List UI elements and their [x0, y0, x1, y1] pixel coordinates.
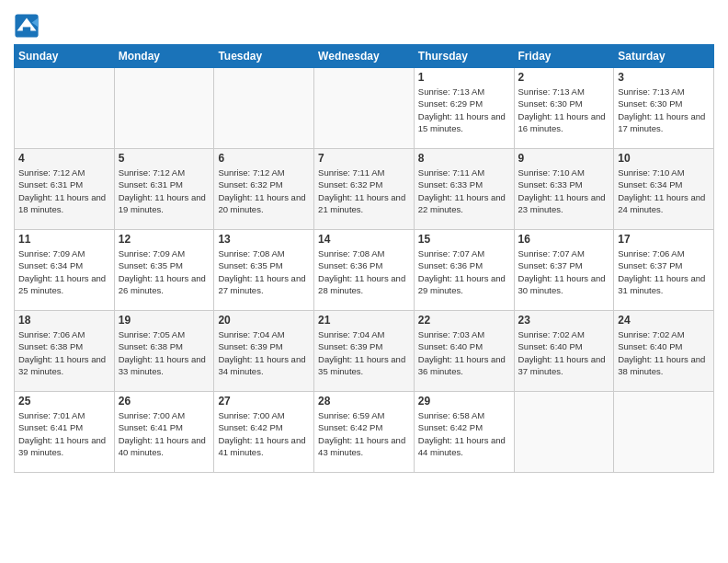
- day-number: 3: [618, 71, 710, 84]
- day-number: 19: [119, 314, 210, 327]
- calendar-cell: 20Sunrise: 7:04 AM Sunset: 6:39 PM Dayli…: [214, 311, 314, 392]
- day-info: Sunrise: 7:07 AM Sunset: 6:36 PM Dayligh…: [418, 247, 510, 296]
- col-header-saturday: Saturday: [614, 45, 714, 68]
- day-info: Sunrise: 7:11 AM Sunset: 6:32 PM Dayligh…: [318, 167, 410, 215]
- day-number: 1: [418, 71, 510, 84]
- day-info: Sunrise: 7:08 AM Sunset: 6:35 PM Dayligh…: [218, 247, 310, 296]
- day-info: Sunrise: 7:10 AM Sunset: 6:33 PM Dayligh…: [518, 167, 610, 215]
- svg-rect-2: [23, 27, 30, 33]
- col-header-friday: Friday: [514, 45, 614, 68]
- calendar-week-3: 18Sunrise: 7:06 AM Sunset: 6:38 PM Dayli…: [15, 311, 714, 392]
- day-info: Sunrise: 6:59 AM Sunset: 6:42 PM Dayligh…: [318, 409, 410, 458]
- day-info: Sunrise: 7:02 AM Sunset: 6:40 PM Dayligh…: [518, 328, 610, 377]
- day-info: Sunrise: 7:13 AM Sunset: 6:30 PM Dayligh…: [518, 86, 610, 134]
- calendar-table: SundayMondayTuesdayWednesdayThursdayFrid…: [14, 44, 714, 473]
- col-header-wednesday: Wednesday: [314, 45, 415, 68]
- calendar-cell: 28Sunrise: 6:59 AM Sunset: 6:42 PM Dayli…: [314, 392, 415, 473]
- day-info: Sunrise: 7:02 AM Sunset: 6:40 PM Dayligh…: [618, 328, 710, 377]
- calendar-cell: 5Sunrise: 7:12 AM Sunset: 6:31 PM Daylig…: [114, 149, 214, 230]
- calendar-cell: 21Sunrise: 7:04 AM Sunset: 6:39 PM Dayli…: [314, 311, 415, 392]
- day-info: Sunrise: 7:12 AM Sunset: 6:31 PM Dayligh…: [18, 167, 110, 215]
- calendar-page: SundayMondayTuesdayWednesdayThursdayFrid…: [0, 0, 728, 563]
- calendar-cell: 14Sunrise: 7:08 AM Sunset: 6:36 PM Dayli…: [314, 230, 415, 311]
- day-info: Sunrise: 7:13 AM Sunset: 6:29 PM Dayligh…: [418, 86, 510, 134]
- calendar-cell: 15Sunrise: 7:07 AM Sunset: 6:36 PM Dayli…: [414, 230, 514, 311]
- calendar-cell: 27Sunrise: 7:00 AM Sunset: 6:42 PM Dayli…: [214, 392, 314, 473]
- calendar-week-0: 1Sunrise: 7:13 AM Sunset: 6:29 PM Daylig…: [15, 68, 714, 149]
- day-info: Sunrise: 7:11 AM Sunset: 6:33 PM Dayligh…: [418, 167, 510, 215]
- day-info: Sunrise: 7:09 AM Sunset: 6:35 PM Dayligh…: [119, 247, 210, 296]
- day-number: 28: [318, 395, 410, 408]
- col-header-monday: Monday: [114, 45, 214, 68]
- header: [14, 9, 714, 39]
- day-number: 27: [218, 395, 310, 408]
- calendar-cell: 16Sunrise: 7:07 AM Sunset: 6:37 PM Dayli…: [514, 230, 614, 311]
- calendar-cell: [514, 392, 614, 473]
- calendar-cell: 9Sunrise: 7:10 AM Sunset: 6:33 PM Daylig…: [514, 149, 614, 230]
- calendar-cell: 2Sunrise: 7:13 AM Sunset: 6:30 PM Daylig…: [514, 68, 614, 149]
- day-info: Sunrise: 7:13 AM Sunset: 6:30 PM Dayligh…: [618, 86, 710, 134]
- calendar-cell: 10Sunrise: 7:10 AM Sunset: 6:34 PM Dayli…: [614, 149, 714, 230]
- calendar-cell: 29Sunrise: 6:58 AM Sunset: 6:42 PM Dayli…: [414, 392, 514, 473]
- calendar-cell: 1Sunrise: 7:13 AM Sunset: 6:29 PM Daylig…: [414, 68, 514, 149]
- logo-icon: [14, 13, 40, 39]
- day-number: 15: [418, 233, 510, 246]
- day-number: 20: [218, 314, 310, 327]
- day-info: Sunrise: 7:04 AM Sunset: 6:39 PM Dayligh…: [218, 328, 310, 377]
- day-number: 16: [518, 233, 610, 246]
- calendar-cell: 12Sunrise: 7:09 AM Sunset: 6:35 PM Dayli…: [114, 230, 214, 311]
- calendar-cell: 11Sunrise: 7:09 AM Sunset: 6:34 PM Dayli…: [15, 230, 115, 311]
- day-info: Sunrise: 7:00 AM Sunset: 6:41 PM Dayligh…: [119, 409, 210, 458]
- calendar-cell: 3Sunrise: 7:13 AM Sunset: 6:30 PM Daylig…: [614, 68, 714, 149]
- day-number: 25: [18, 395, 110, 408]
- day-number: 12: [119, 233, 210, 246]
- day-number: 9: [518, 152, 610, 165]
- day-number: 29: [418, 395, 510, 408]
- day-number: 8: [418, 152, 510, 165]
- calendar-week-2: 11Sunrise: 7:09 AM Sunset: 6:34 PM Dayli…: [15, 230, 714, 311]
- day-number: 11: [18, 233, 110, 246]
- day-info: Sunrise: 7:06 AM Sunset: 6:38 PM Dayligh…: [18, 328, 110, 377]
- day-number: 17: [618, 233, 710, 246]
- calendar-cell: 26Sunrise: 7:00 AM Sunset: 6:41 PM Dayli…: [114, 392, 214, 473]
- day-number: 24: [618, 314, 710, 327]
- day-info: Sunrise: 7:10 AM Sunset: 6:34 PM Dayligh…: [618, 167, 710, 215]
- calendar-cell: 24Sunrise: 7:02 AM Sunset: 6:40 PM Dayli…: [614, 311, 714, 392]
- calendar-cell: [314, 68, 415, 149]
- day-info: Sunrise: 7:01 AM Sunset: 6:41 PM Dayligh…: [18, 409, 110, 458]
- day-number: 14: [318, 233, 410, 246]
- day-info: Sunrise: 6:58 AM Sunset: 6:42 PM Dayligh…: [418, 409, 510, 458]
- calendar-cell: 6Sunrise: 7:12 AM Sunset: 6:32 PM Daylig…: [214, 149, 314, 230]
- calendar-cell: [214, 68, 314, 149]
- day-info: Sunrise: 7:03 AM Sunset: 6:40 PM Dayligh…: [418, 328, 510, 377]
- calendar-cell: 25Sunrise: 7:01 AM Sunset: 6:41 PM Dayli…: [15, 392, 115, 473]
- day-info: Sunrise: 7:07 AM Sunset: 6:37 PM Dayligh…: [518, 247, 610, 296]
- day-number: 22: [418, 314, 510, 327]
- col-header-sunday: Sunday: [15, 45, 115, 68]
- day-info: Sunrise: 7:09 AM Sunset: 6:34 PM Dayligh…: [18, 247, 110, 296]
- calendar-cell: 7Sunrise: 7:11 AM Sunset: 6:32 PM Daylig…: [314, 149, 415, 230]
- day-number: 6: [218, 152, 310, 165]
- day-info: Sunrise: 7:06 AM Sunset: 6:37 PM Dayligh…: [618, 247, 710, 296]
- day-number: 10: [618, 152, 710, 165]
- day-number: 7: [318, 152, 410, 165]
- day-info: Sunrise: 7:08 AM Sunset: 6:36 PM Dayligh…: [318, 247, 410, 296]
- day-info: Sunrise: 7:12 AM Sunset: 6:31 PM Dayligh…: [119, 167, 210, 215]
- calendar-cell: 18Sunrise: 7:06 AM Sunset: 6:38 PM Dayli…: [15, 311, 115, 392]
- calendar-cell: 23Sunrise: 7:02 AM Sunset: 6:40 PM Dayli…: [514, 311, 614, 392]
- day-number: 2: [518, 71, 610, 84]
- day-info: Sunrise: 7:05 AM Sunset: 6:38 PM Dayligh…: [119, 328, 210, 377]
- day-info: Sunrise: 7:04 AM Sunset: 6:39 PM Dayligh…: [318, 328, 410, 377]
- day-number: 13: [218, 233, 310, 246]
- day-number: 26: [119, 395, 210, 408]
- day-number: 23: [518, 314, 610, 327]
- col-header-thursday: Thursday: [414, 45, 514, 68]
- day-info: Sunrise: 7:00 AM Sunset: 6:42 PM Dayligh…: [218, 409, 310, 458]
- calendar-cell: 4Sunrise: 7:12 AM Sunset: 6:31 PM Daylig…: [15, 149, 115, 230]
- day-number: 5: [119, 152, 210, 165]
- calendar-cell: [15, 68, 115, 149]
- day-number: 18: [18, 314, 110, 327]
- calendar-cell: 13Sunrise: 7:08 AM Sunset: 6:35 PM Dayli…: [214, 230, 314, 311]
- day-info: Sunrise: 7:12 AM Sunset: 6:32 PM Dayligh…: [218, 167, 310, 215]
- calendar-week-1: 4Sunrise: 7:12 AM Sunset: 6:31 PM Daylig…: [15, 149, 714, 230]
